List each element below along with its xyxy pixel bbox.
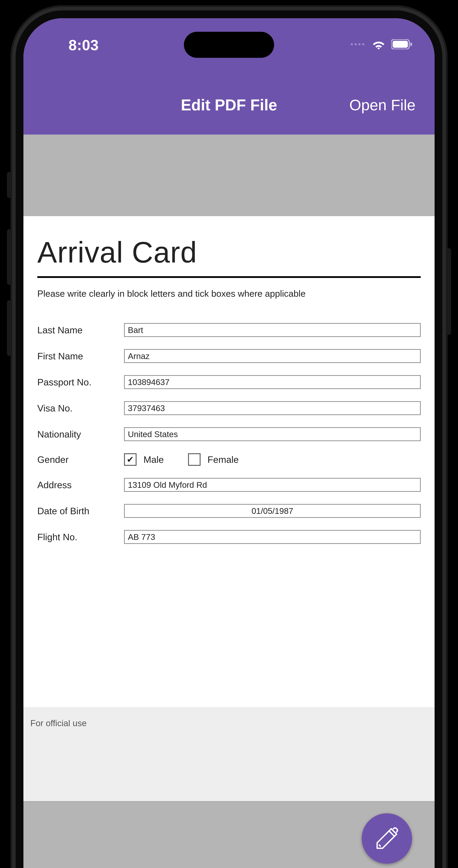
- carrier-dots-icon: [351, 43, 364, 45]
- label-visa-no: Visa No.: [37, 403, 124, 413]
- label-last-name: Last Name: [37, 324, 124, 335]
- svg-rect-1: [393, 41, 408, 48]
- label-first-name: First Name: [37, 351, 124, 362]
- phone-frame: 8:03: [10, 5, 448, 868]
- field-address: Address 13109 Old Myford Rd: [37, 478, 421, 492]
- input-visa-no[interactable]: 37937463: [124, 401, 421, 415]
- field-last-name: Last Name Bart: [37, 323, 421, 337]
- label-passport-no: Passport No.: [37, 377, 124, 388]
- label-gender: Gender: [37, 454, 124, 465]
- input-last-name[interactable]: Bart: [124, 323, 421, 337]
- svg-rect-2: [410, 42, 412, 46]
- checkbox-female[interactable]: [188, 453, 201, 466]
- official-use-section: For official use: [24, 707, 434, 801]
- doc-instruction: Please write clearly in block letters an…: [37, 288, 421, 299]
- dynamic-island: [184, 32, 274, 58]
- label-nationality: Nationality: [37, 429, 124, 439]
- label-dob: Date of Birth: [37, 505, 124, 516]
- input-address[interactable]: 13109 Old Myford Rd: [124, 478, 421, 492]
- field-flight-no: Flight No. AB 773: [37, 530, 421, 544]
- field-gender: Gender ✔ Male Female: [37, 453, 421, 466]
- field-dob: Date of Birth 01/05/1987: [37, 504, 421, 518]
- field-passport-no: Passport No. 103894637: [37, 375, 421, 389]
- input-first-name[interactable]: Arnaz: [124, 349, 421, 363]
- field-first-name: First Name Arnaz: [37, 349, 421, 363]
- label-address: Address: [37, 479, 124, 490]
- nav-bar: Edit PDF File Open File: [24, 88, 434, 122]
- open-file-button[interactable]: Open File: [349, 96, 416, 114]
- input-dob[interactable]: 01/05/1987: [124, 504, 421, 518]
- label-female: Female: [207, 454, 239, 465]
- label-male: Male: [143, 454, 164, 465]
- input-nationality[interactable]: United States: [124, 427, 421, 441]
- wifi-icon: [371, 39, 386, 50]
- input-passport-no[interactable]: 103894637: [124, 375, 421, 389]
- doc-title: Arrival Card: [37, 235, 421, 269]
- checkbox-male[interactable]: ✔: [124, 453, 136, 466]
- pencil-icon: [374, 826, 400, 851]
- status-time: 8:03: [68, 37, 99, 54]
- field-nationality: Nationality United States: [37, 427, 421, 441]
- document-viewport[interactable]: Arrival Card Please write clearly in blo…: [24, 134, 434, 868]
- battery-icon: [391, 39, 412, 49]
- pdf-page[interactable]: Arrival Card Please write clearly in blo…: [24, 216, 434, 801]
- edit-fab-button[interactable]: [362, 813, 412, 864]
- label-flight-no: Flight No.: [37, 532, 124, 542]
- title-divider: [37, 276, 421, 278]
- nav-title: Edit PDF File: [181, 96, 277, 114]
- input-flight-no[interactable]: AB 773: [124, 530, 421, 544]
- screen: 8:03: [24, 18, 434, 868]
- field-visa-no: Visa No. 37937463: [37, 401, 421, 415]
